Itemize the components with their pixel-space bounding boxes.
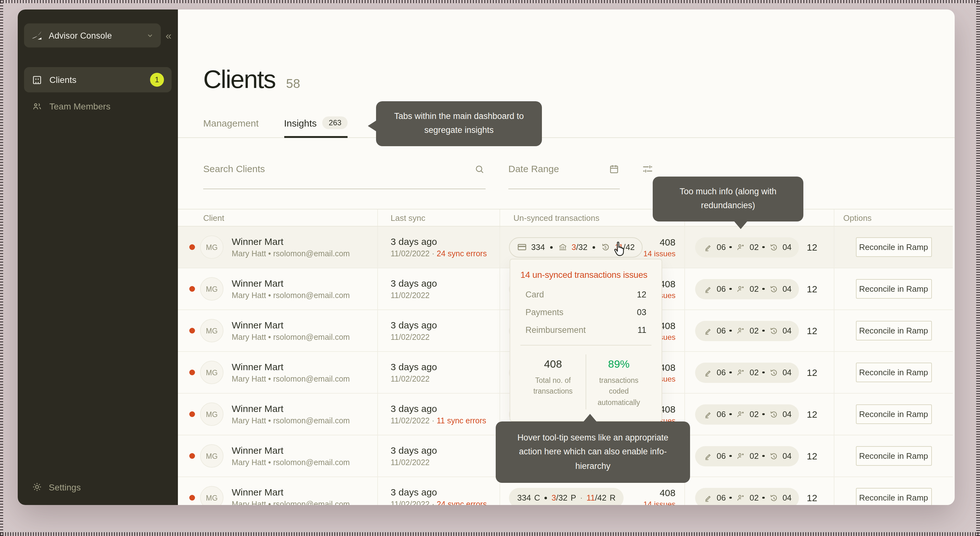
stage: Advisor Console « Clients 1 Te <box>0 0 980 536</box>
edit-pencil-icon <box>703 242 713 252</box>
member-remove-icon <box>736 367 746 377</box>
search-input[interactable]: Search Clients <box>203 159 485 189</box>
popover-breakdown: Card 12 Payments 03 Reimbursement 11 <box>520 290 651 335</box>
status-dot <box>189 244 195 250</box>
reconcile-button[interactable]: Reconcile in Ramp <box>856 404 932 424</box>
status-dot <box>189 286 195 292</box>
reconcile-button[interactable]: Reconcile in Ramp <box>856 237 932 257</box>
gear-icon <box>32 482 42 492</box>
tab-management[interactable]: Management <box>203 116 259 138</box>
client-name: Winner Mart <box>232 236 350 247</box>
meta-cell: 06 02 04 12 <box>685 227 834 268</box>
hand-cursor-icon <box>612 241 628 259</box>
member-remove-icon <box>736 242 746 252</box>
client-name: Winner Mart <box>232 361 350 372</box>
search-placeholder: Search Clients <box>203 163 265 174</box>
annotation-text: Hover tool-tip seems like an appropriate… <box>517 433 668 471</box>
page-header: Clients 58 <box>203 65 955 94</box>
options-cell: Reconcile in Ramp <box>834 352 953 393</box>
sidebar-item-clients[interactable]: Clients 1 <box>24 67 172 92</box>
reimb-total: /42 <box>595 493 606 503</box>
breakdown-label: Card <box>525 290 544 299</box>
sync-ago: 3 days ago <box>391 445 437 456</box>
sync-ago: 3 days ago <box>391 403 437 414</box>
date-range-input[interactable]: Date Range <box>508 159 620 189</box>
tab-bar: Management Insights 263 <box>178 116 955 138</box>
stat-value: 408 <box>523 358 583 371</box>
meta-pill[interactable]: 06 02 04 <box>695 279 799 299</box>
reconcile-button[interactable]: Reconcile in Ramp <box>856 488 932 505</box>
member-count: 02 <box>749 242 759 252</box>
client-cell: MG Winner Mart Mary Hatt • rsolomon@emai… <box>178 268 378 309</box>
avatar: MG <box>200 361 223 384</box>
edit-pencil-icon <box>703 493 713 503</box>
avatar: MG <box>200 319 223 342</box>
client-contact: Mary Hatt • rsolomon@email.com <box>232 249 350 258</box>
sidebar-collapse-icon[interactable]: « <box>165 30 170 41</box>
edit-count: 06 <box>717 242 726 252</box>
page-count: 58 <box>286 76 301 91</box>
breakdown-label: Reimbursement <box>525 325 586 335</box>
sidebar-item-settings[interactable]: Settings <box>32 482 81 492</box>
history-clock-icon <box>768 493 779 503</box>
meta-cell: 06 02 04 12 <box>685 477 834 505</box>
reconcile-button[interactable]: Reconcile in Ramp <box>856 321 932 340</box>
edit-count: 06 <box>717 451 726 461</box>
svg-text:$: $ <box>604 245 606 250</box>
chevron-down-icon <box>145 31 154 40</box>
meta-pill[interactable]: 06 02 04 <box>695 446 799 466</box>
meta-cell: 06 02 04 12 <box>685 394 834 435</box>
breakdown-value: 03 <box>637 307 646 317</box>
options-cell: Reconcile in Ramp <box>834 436 953 477</box>
breakdown-value: 11 <box>638 325 646 335</box>
card-count: 334 <box>531 242 545 252</box>
filter-bar: Search Clients Date Range <box>203 159 955 189</box>
history-clock-icon <box>768 451 779 461</box>
reconcile-button[interactable]: Reconcile in Ramp <box>856 446 932 466</box>
popover-stats: 408 Total no. of transactions 89% transa… <box>520 355 651 409</box>
avatar: MG <box>200 277 223 301</box>
sync-ago: 3 days ago <box>391 236 437 247</box>
sync-errors: 24 sync errors <box>437 249 487 258</box>
bank-icon <box>557 242 568 252</box>
edit-pencil-icon <box>703 367 713 377</box>
last-sync-cell: 3 days ago 11/02/2022 · 24 sync errors <box>378 477 500 505</box>
tab-insights[interactable]: Insights 263 <box>284 116 348 138</box>
tooltip-arrow-down <box>734 221 748 229</box>
sync-date: 11/02/2022 <box>391 417 430 425</box>
edit-pencil-icon <box>703 451 713 461</box>
client-cell: MG Winner Mart Mary Hatt • rsolomon@emai… <box>178 227 378 268</box>
sync-date: 11/02/2022 <box>391 333 430 342</box>
transactions-total: 408 <box>644 487 676 498</box>
meta-pill[interactable]: 06 02 04 <box>695 488 799 505</box>
column-header-client: Client <box>178 210 378 226</box>
avatar: MG <box>200 444 223 468</box>
filter-sliders-icon[interactable] <box>641 163 654 175</box>
meta-pill[interactable]: 06 02 04 <box>695 321 799 341</box>
status-dot <box>189 328 195 334</box>
meta-pill[interactable]: 06 02 04 <box>695 404 799 424</box>
sync-date: 11/02/2022 <box>391 458 430 467</box>
unsynced-chip[interactable]: 334C 3/32P · 11/42R <box>509 488 624 505</box>
edit-count: 06 <box>717 493 726 503</box>
sidebar-item-team-members[interactable]: Team Members <box>24 94 172 119</box>
status-dot <box>189 369 195 375</box>
popover-divider <box>520 345 651 345</box>
member-count: 02 <box>749 451 759 461</box>
insights-count-badge: 263 <box>323 116 348 129</box>
reconcile-button[interactable]: Reconcile in Ramp <box>856 279 932 299</box>
sync-errors: 11 sync errors <box>437 417 487 425</box>
member-remove-icon <box>736 451 746 461</box>
client-contact: Mary Hatt • rsolomon@email.com <box>232 291 350 300</box>
meta-pill[interactable]: 06 02 04 <box>695 362 799 383</box>
member-remove-icon <box>736 326 746 336</box>
status-dot <box>189 411 195 417</box>
history-clock-icon <box>768 284 779 294</box>
meta-pill[interactable]: 06 02 04 <box>695 237 799 257</box>
client-name: Winner Mart <box>232 445 350 456</box>
tooltip-arrow-left <box>368 120 377 132</box>
workspace-switcher[interactable]: Advisor Console <box>24 24 161 48</box>
reconcile-button[interactable]: Reconcile in Ramp <box>856 363 932 382</box>
client-contact: Mary Hatt • rsolomon@email.com <box>232 458 350 467</box>
breakdown-label: Payments <box>525 307 563 317</box>
